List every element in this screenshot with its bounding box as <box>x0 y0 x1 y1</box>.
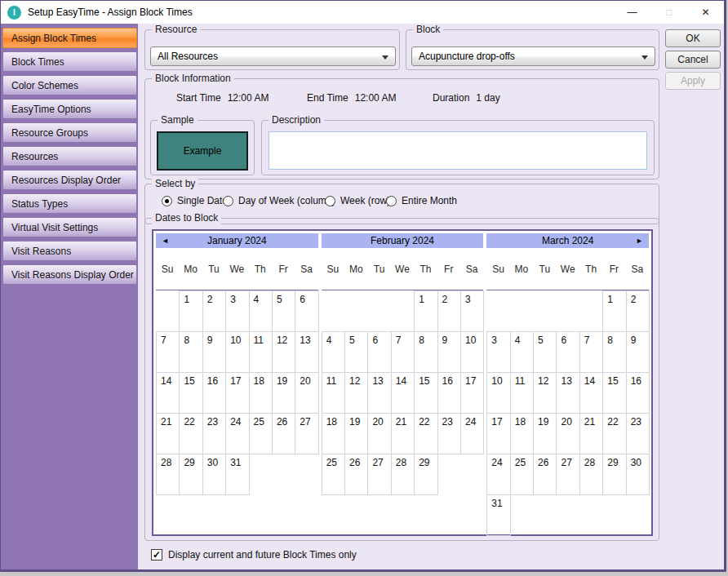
radio-option-entire-month[interactable]: Entire Month <box>386 195 457 206</box>
calendar-date-cell[interactable]: 5 <box>344 331 368 373</box>
calendar-date-cell[interactable]: 11 <box>510 372 534 414</box>
calendar-date-cell[interactable]: 5 <box>272 290 295 332</box>
calendar-date-cell[interactable]: 6 <box>367 331 391 373</box>
calendar-date-cell[interactable]: 2 <box>437 290 461 332</box>
calendar-date-cell[interactable]: 19 <box>533 413 557 454</box>
calendar-date-cell[interactable]: 28 <box>391 454 415 495</box>
calendar-date-cell[interactable]: 7 <box>391 331 415 373</box>
calendar-date-cell[interactable]: 23 <box>437 413 461 454</box>
calendar-date-cell[interactable]: 18 <box>249 372 273 414</box>
calendar-date-cell[interactable]: 24 <box>225 413 249 454</box>
calendar-date-cell[interactable]: 15 <box>179 372 202 414</box>
radio-option-single-date[interactable]: Single Date <box>162 195 228 206</box>
calendar-date-cell[interactable]: 16 <box>626 372 650 414</box>
calendar-date-cell[interactable]: 4 <box>322 331 345 373</box>
calendar-date-cell[interactable]: 10 <box>460 331 484 373</box>
resource-dropdown[interactable]: All Resources <box>150 47 396 66</box>
sidebar-item-assign-block-times[interactable]: Assign Block Times <box>2 28 137 48</box>
calendar-date-cell[interactable]: 29 <box>602 454 626 495</box>
calendar-date-cell[interactable]: 16 <box>437 372 461 414</box>
calendar-date-cell[interactable]: 1 <box>414 290 437 332</box>
calendar-date-cell[interactable]: 5 <box>533 331 557 373</box>
calendar-date-cell[interactable]: 22 <box>602 413 626 454</box>
calendar-date-cell[interactable]: 6 <box>556 331 579 373</box>
ok-button[interactable]: OK <box>665 29 721 47</box>
sidebar-item-color-schemes[interactable]: Color Schemes <box>2 75 137 95</box>
close-icon[interactable]: ✕ <box>687 1 724 24</box>
calendar-date-cell[interactable]: 17 <box>486 413 510 454</box>
sidebar-item-visit-reasons[interactable]: Visit Reasons <box>2 241 137 261</box>
sidebar-item-resources-display-order[interactable]: Resources Display Order <box>2 170 137 190</box>
minimize-icon[interactable]: — <box>614 1 650 24</box>
calendar-date-cell[interactable]: 15 <box>414 372 437 414</box>
calendar-date-cell[interactable]: 16 <box>202 372 226 414</box>
calendar-date-cell[interactable]: 8 <box>414 331 437 373</box>
calendar-date-cell[interactable]: 10 <box>486 372 510 414</box>
calendar-date-cell[interactable]: 4 <box>249 290 273 332</box>
calendar-date-cell[interactable]: 9 <box>202 331 226 373</box>
calendar-date-cell[interactable]: 15 <box>602 372 626 414</box>
calendar-date-cell[interactable]: 19 <box>272 372 295 414</box>
calendar-date-cell[interactable]: 25 <box>249 413 273 454</box>
calendar-date-cell[interactable]: 6 <box>295 290 318 332</box>
sidebar-item-resource-groups[interactable]: Resource Groups <box>2 122 137 143</box>
calendar-date-cell[interactable]: 2 <box>202 290 226 332</box>
sidebar-item-block-times[interactable]: Block Times <box>2 51 137 72</box>
calendar-date-cell[interactable]: 10 <box>225 331 249 373</box>
block-dropdown[interactable]: Acupuncture drop-offs <box>411 47 655 66</box>
calendar-date-cell[interactable]: 14 <box>156 372 180 414</box>
prev-month-icon[interactable]: ◄ <box>162 233 169 248</box>
calendar-date-cell[interactable]: 13 <box>295 331 318 373</box>
calendar-date-cell[interactable]: 7 <box>579 331 603 373</box>
calendar-date-cell[interactable]: 23 <box>202 413 226 454</box>
calendar-date-cell[interactable]: 3 <box>225 290 249 332</box>
calendar-date-cell[interactable]: 13 <box>367 372 391 414</box>
calendar-date-cell[interactable]: 13 <box>556 372 579 414</box>
calendar-date-cell[interactable]: 28 <box>579 454 603 495</box>
sidebar-item-visit-reasons-display-order[interactable]: Visit Reasons Display Order <box>2 264 137 285</box>
calendar-date-cell[interactable]: 4 <box>510 331 534 373</box>
calendar-date-cell[interactable]: 12 <box>272 331 295 373</box>
calendar-date-cell[interactable]: 27 <box>295 413 318 454</box>
calendar-date-cell[interactable]: 20 <box>295 372 318 414</box>
calendar-date-cell[interactable]: 1 <box>602 290 626 332</box>
calendar-date-cell[interactable]: 11 <box>249 331 273 373</box>
calendar-date-cell[interactable]: 29 <box>179 454 202 495</box>
sidebar-item-virtual-visit-settings[interactable]: Virtual Visit Settings <box>2 217 137 237</box>
calendar-date-cell[interactable]: 8 <box>602 331 626 373</box>
calendar-date-cell[interactable]: 21 <box>391 413 415 454</box>
calendar-date-cell[interactable]: 12 <box>533 372 557 414</box>
calendar-date-cell[interactable]: 27 <box>367 454 391 495</box>
calendar-date-cell[interactable]: 9 <box>626 331 650 373</box>
calendar-date-cell[interactable]: 26 <box>344 454 368 495</box>
calendar-date-cell[interactable]: 14 <box>391 372 415 414</box>
calendar-date-cell[interactable]: 9 <box>437 331 461 373</box>
calendar-date-cell[interactable]: 29 <box>414 454 437 495</box>
cancel-button[interactable]: Cancel <box>665 51 721 69</box>
calendar-date-cell[interactable]: 24 <box>460 413 484 454</box>
calendar-date-cell[interactable]: 14 <box>579 372 603 414</box>
calendar-date-cell[interactable]: 11 <box>322 372 345 414</box>
calendar-date-cell[interactable]: 24 <box>486 454 510 495</box>
calendar-date-cell[interactable]: 22 <box>179 413 202 454</box>
calendar-date-cell[interactable]: 8 <box>179 331 202 373</box>
calendar-date-cell[interactable]: 1 <box>179 290 202 332</box>
radio-option-day-of-week-column[interactable]: Day of Week (column) <box>223 195 335 206</box>
sidebar-item-easytime-options[interactable]: EasyTime Options <box>2 99 137 119</box>
sidebar-item-status-types[interactable]: Status Types <box>2 193 137 214</box>
calendar-date-cell[interactable]: 27 <box>556 454 579 495</box>
calendar-date-cell[interactable]: 26 <box>533 454 557 495</box>
calendar-date-cell[interactable]: 20 <box>556 413 579 454</box>
calendar-date-cell[interactable]: 21 <box>156 413 180 454</box>
calendar-date-cell[interactable]: 12 <box>344 372 368 414</box>
next-month-icon[interactable]: ► <box>636 233 643 248</box>
sidebar-item-resources[interactable]: Resources <box>2 146 137 166</box>
radio-option-week-row[interactable]: Week (row) <box>325 195 390 206</box>
calendar-date-cell[interactable]: 18 <box>322 413 345 454</box>
calendar-date-cell[interactable]: 28 <box>156 454 180 495</box>
calendar-date-cell[interactable]: 21 <box>579 413 603 454</box>
calendar-date-cell[interactable]: 18 <box>510 413 534 454</box>
calendar-date-cell[interactable]: 26 <box>272 413 295 454</box>
calendar-date-cell[interactable]: 30 <box>202 454 226 495</box>
calendar-date-cell[interactable]: 23 <box>626 413 650 454</box>
